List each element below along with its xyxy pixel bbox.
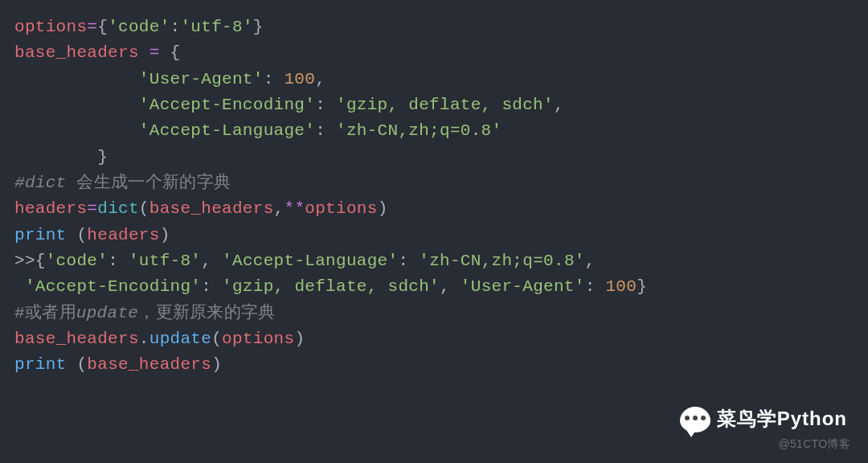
token-operator: ** — [284, 199, 305, 218]
token-variable: base_headers — [149, 199, 274, 218]
token-variable: options — [222, 330, 294, 348]
token-string: 'utf-8' — [180, 18, 252, 36]
token-string: 'Accept-Language' — [222, 252, 398, 270]
token-paren: ) — [378, 199, 388, 218]
token-colon: : — [264, 70, 285, 88]
space — [14, 277, 25, 296]
token-brace: { — [170, 43, 181, 62]
token-comma: , — [554, 96, 564, 114]
token-string: 'code' — [46, 252, 108, 270]
token-variable: base_headers — [14, 43, 139, 62]
indent — [14, 96, 139, 114]
token-colon: : — [315, 121, 336, 140]
token-paren: ( — [139, 199, 149, 218]
watermark-brand-text: 菜鸟学Python — [717, 404, 847, 434]
token-colon: : — [201, 277, 222, 296]
token-variable: base_headers — [14, 330, 139, 348]
token-brace: } — [97, 148, 108, 166]
token-comma: , — [315, 70, 326, 88]
token-keyword: dict — [25, 174, 67, 192]
token-comment: 或者用 — [25, 304, 76, 322]
token-string: 'Accept-Encoding' — [139, 96, 315, 114]
token-brace: } — [253, 18, 264, 36]
token-paren: ) — [294, 330, 305, 348]
code-line: } — [14, 145, 854, 170]
space — [67, 226, 77, 244]
token-paren: ) — [160, 226, 170, 244]
token-string: 'zh-CN,zh;q=0.8' — [336, 121, 502, 140]
token-string: 'code' — [108, 18, 170, 36]
token-function: update — [149, 330, 211, 348]
token-equals: = — [87, 18, 97, 36]
token-paren: ( — [211, 330, 222, 348]
token-function: print — [14, 355, 67, 374]
token-variable: headers — [87, 226, 159, 244]
token-comment: 会生成一个新的字典 — [67, 174, 231, 192]
token-string: 'User-Agent' — [139, 70, 264, 88]
token-variable: base_headers — [87, 355, 211, 374]
token-comment: # — [14, 304, 25, 322]
token-comment: # — [14, 174, 25, 192]
watermark-brand: 菜鸟学Python — [680, 404, 847, 434]
token-string: 'Accept-Language' — [139, 121, 315, 140]
code-line: options={'code':'utf-8'} — [14, 14, 854, 40]
token-function: print — [14, 226, 67, 244]
space — [67, 355, 77, 374]
token-paren: ( — [76, 355, 87, 374]
code-line: headers=dict(base_headers,**options) — [14, 196, 854, 222]
token-keyword: update — [76, 304, 138, 322]
token-string: 'User-Agent' — [461, 277, 585, 296]
token-string: 'utf-8' — [129, 252, 201, 270]
token-comma: , — [440, 277, 461, 296]
token-string: 'zh-CN,zh;q=0.8' — [419, 252, 584, 270]
code-block: options={'code':'utf-8'} base_headers = … — [14, 14, 854, 379]
token-comma: , — [585, 252, 596, 270]
token-string: 'Accept-Encoding' — [25, 277, 201, 296]
indent — [14, 121, 139, 140]
token-number: 100 — [284, 70, 315, 88]
token-colon: : — [398, 252, 419, 270]
code-line: base_headers.update(options) — [14, 326, 854, 352]
code-line: 'Accept-Language': 'zh-CN,zh;q=0.8' — [14, 118, 854, 144]
token-variable: options — [305, 199, 377, 218]
output-line: 'Accept-Encoding': 'gzip, deflate, sdch'… — [14, 274, 854, 300]
token-colon: : — [585, 277, 606, 296]
token-equals: = — [87, 199, 97, 218]
code-line: print (base_headers) — [14, 352, 854, 378]
watermark-source: @51CTO博客 — [779, 436, 850, 453]
token-builtin: dict — [97, 199, 139, 218]
code-line: base_headers = { — [14, 40, 854, 66]
token-brace: } — [637, 277, 647, 296]
indent — [14, 148, 97, 166]
token-dot: . — [139, 330, 149, 348]
token-string: 'gzip, deflate, sdch' — [336, 96, 554, 114]
token-repl: >>{ — [14, 252, 46, 270]
comment-line: #dict 会生成一个新的字典 — [14, 170, 854, 196]
indent — [14, 70, 139, 88]
code-line: print (headers) — [14, 223, 854, 248]
wechat-icon — [680, 407, 710, 432]
token-paren: ( — [76, 226, 87, 244]
code-line: 'Accept-Encoding': 'gzip, deflate, sdch'… — [14, 92, 854, 118]
code-line: 'User-Agent': 100, — [14, 67, 854, 92]
token-comma: , — [274, 199, 285, 218]
token-colon: : — [108, 252, 129, 270]
token-colon: : — [315, 96, 336, 114]
comment-line: #或者用update，更新原来的字典 — [14, 301, 854, 326]
token-comment: ，更新原来的字典 — [138, 304, 275, 322]
token-string: 'gzip, deflate, sdch' — [222, 277, 440, 296]
token-equals: = — [139, 43, 170, 62]
token-variable: options — [14, 18, 87, 36]
output-line: >>{'code': 'utf-8', 'Accept-Language': '… — [14, 248, 854, 274]
token-paren: ) — [211, 355, 222, 374]
token-comma: , — [201, 252, 222, 270]
token-number: 100 — [605, 277, 637, 296]
token-colon: : — [170, 18, 181, 36]
token-variable: headers — [14, 199, 87, 218]
token-brace: { — [97, 18, 108, 36]
